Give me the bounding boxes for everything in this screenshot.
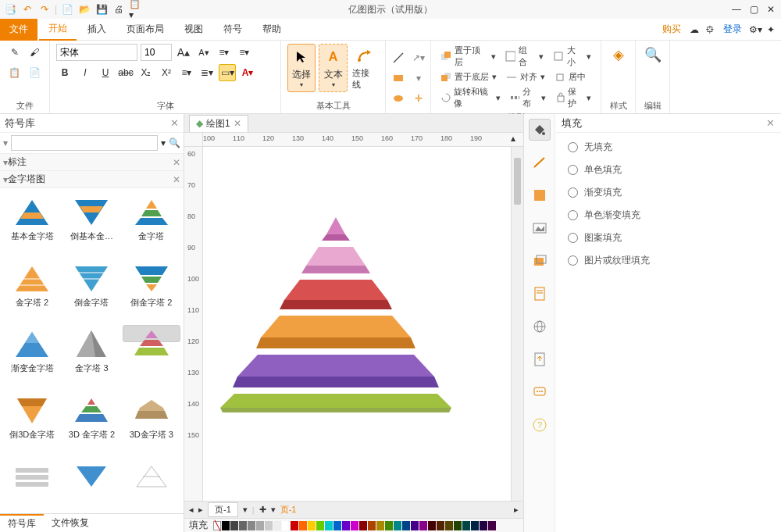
shape-item[interactable]: 金字塔 3 xyxy=(62,325,120,388)
send-back-button[interactable]: 置于底层▾ xyxy=(437,70,500,84)
font-color-icon[interactable]: A▾ xyxy=(239,64,256,81)
scroll-up-icon[interactable]: ▴ xyxy=(511,133,523,147)
fill-option[interactable]: 渐变填充 xyxy=(568,186,769,199)
copy-icon[interactable]: 📋 xyxy=(6,64,23,81)
align-icon[interactable]: ≡▾ xyxy=(178,64,195,81)
decrease-font-icon[interactable]: A▾ xyxy=(195,44,212,61)
shape-item[interactable] xyxy=(3,457,61,509)
search-input[interactable] xyxy=(11,135,158,151)
menu-symbol[interactable]: 符号 xyxy=(214,19,251,41)
subscript-icon[interactable]: X₂ xyxy=(137,64,155,81)
color-swatch[interactable] xyxy=(273,521,281,530)
rotate-button[interactable]: 旋转和镜像▾ xyxy=(437,85,504,110)
text-tool[interactable]: A 文本▾ xyxy=(319,44,347,92)
menu-file[interactable]: 文件 xyxy=(0,19,37,41)
shape-item[interactable]: 倒金字塔 xyxy=(62,259,120,323)
search-icon[interactable]: 🔍 xyxy=(169,137,180,148)
shape-item[interactable]: 3D 金字塔 2 xyxy=(62,391,120,455)
export-tool-icon[interactable] xyxy=(529,348,551,370)
page-menu-icon[interactable]: ▾ xyxy=(243,505,248,515)
color-swatch[interactable] xyxy=(239,521,247,530)
menu-insert[interactable]: 插入 xyxy=(78,19,116,41)
ellipse-shape-icon[interactable] xyxy=(390,90,407,107)
color-swatch[interactable] xyxy=(419,521,427,530)
style-icon[interactable]: ◈ xyxy=(608,44,629,66)
shape-item[interactable]: 3D金字塔 xyxy=(123,325,180,342)
shape-item[interactable] xyxy=(62,457,120,509)
shape-item[interactable]: 金字塔 xyxy=(123,193,180,256)
maximize-icon[interactable]: ▢ xyxy=(747,2,761,16)
redo-icon[interactable]: ↷ xyxy=(37,2,52,16)
find-icon[interactable]: 🔍 xyxy=(642,44,664,66)
size-button[interactable]: 大小▾ xyxy=(550,44,594,69)
color-swatch[interactable] xyxy=(437,521,444,530)
bullets-icon[interactable]: ≡▾ xyxy=(216,44,233,61)
bring-front-button[interactable]: 置于顶层▾ xyxy=(437,44,499,69)
distribute-button[interactable]: 分布▾ xyxy=(507,85,549,110)
globe-tool-icon[interactable] xyxy=(529,316,551,337)
fill-radio[interactable] xyxy=(568,142,578,152)
fill-option[interactable]: 单色渐变填充 xyxy=(568,209,769,222)
color-swatch[interactable] xyxy=(445,521,453,530)
pyramid-3d-shape[interactable] xyxy=(219,217,453,415)
line-shape-icon[interactable] xyxy=(390,49,407,66)
shape-item[interactable]: 渐变金字塔 xyxy=(3,325,61,388)
shape-item[interactable] xyxy=(123,457,180,509)
more-shape-icon[interactable]: ▾ xyxy=(410,70,427,87)
print-icon[interactable]: 🖨 xyxy=(112,2,126,16)
image-tool-icon[interactable] xyxy=(529,217,551,239)
close-tab-icon[interactable]: ✕ xyxy=(234,118,241,129)
document-tab[interactable]: ◆ 绘图1 ✕ xyxy=(189,115,248,132)
fill-option[interactable]: 单色填充 xyxy=(568,163,769,177)
shape-item[interactable]: 金字塔 2 xyxy=(3,259,61,323)
color-swatch[interactable] xyxy=(299,521,307,530)
fill-option[interactable]: 图案填充 xyxy=(568,231,769,245)
fill-radio[interactable] xyxy=(568,255,578,266)
color-swatch[interactable] xyxy=(376,521,384,530)
color-swatch[interactable] xyxy=(394,521,401,530)
tab-symbol-library[interactable]: 符号库 xyxy=(0,514,44,532)
library-pyramid-header[interactable]: ▾ 金字塔图✕ xyxy=(0,171,184,188)
color-swatch[interactable] xyxy=(359,521,367,530)
increase-font-icon[interactable]: A▴ xyxy=(175,44,192,61)
dropdown-icon[interactable]: ▾ xyxy=(161,137,166,148)
menu-page-layout[interactable]: 页面布局 xyxy=(117,19,173,41)
shadow-tool-icon[interactable] xyxy=(529,184,551,206)
cloud-icon[interactable]: ☁ xyxy=(687,23,701,37)
color-swatch[interactable] xyxy=(385,521,393,530)
list-icon[interactable]: ≣▾ xyxy=(198,64,216,81)
color-swatch[interactable] xyxy=(488,521,496,530)
shape-item[interactable]: 倒3D金字塔 xyxy=(3,391,61,455)
save-icon[interactable]: 💾 xyxy=(95,2,109,16)
fill-radio[interactable] xyxy=(568,210,578,220)
undo-icon[interactable]: ↶ xyxy=(20,2,34,16)
color-swatch[interactable] xyxy=(265,521,273,530)
italic-icon[interactable]: I xyxy=(77,64,94,81)
minimize-icon[interactable]: — xyxy=(729,2,744,16)
brush-icon[interactable]: 🖌 xyxy=(27,44,44,61)
color-swatch[interactable] xyxy=(462,521,470,530)
color-swatch[interactable] xyxy=(454,521,462,530)
shape-item[interactable]: 基本金字塔 xyxy=(3,193,61,256)
group-button[interactable]: 组合▾ xyxy=(502,44,547,69)
color-swatch[interactable] xyxy=(480,521,487,530)
canvas[interactable] xyxy=(203,147,511,501)
buy-link[interactable]: 购买 xyxy=(662,23,681,36)
share-icon[interactable]: ⯐ xyxy=(703,23,717,37)
login-link[interactable]: 登录 xyxy=(723,23,742,36)
chevron-down-icon[interactable]: ▾ xyxy=(3,137,8,148)
layer-tool-icon[interactable] xyxy=(529,250,551,272)
next-page-icon[interactable]: ▸ xyxy=(198,505,203,515)
page-tab[interactable]: 页-1 xyxy=(208,502,238,517)
font-name-select[interactable] xyxy=(56,44,137,61)
menu-view[interactable]: 视图 xyxy=(175,19,212,41)
color-swatch[interactable] xyxy=(333,521,341,530)
rect-shape-icon[interactable] xyxy=(390,70,407,87)
format-painter-icon[interactable]: ✎ xyxy=(6,44,23,61)
add-page-icon[interactable]: ✚ xyxy=(259,505,266,515)
arrow-shape-icon[interactable]: ↗▾ xyxy=(410,49,427,66)
comment-tool-icon[interactable] xyxy=(529,381,551,403)
fill-tool-icon[interactable] xyxy=(529,119,551,141)
underline-icon[interactable]: U xyxy=(97,64,114,81)
close-lib-icon[interactable]: ✕ xyxy=(173,174,180,185)
